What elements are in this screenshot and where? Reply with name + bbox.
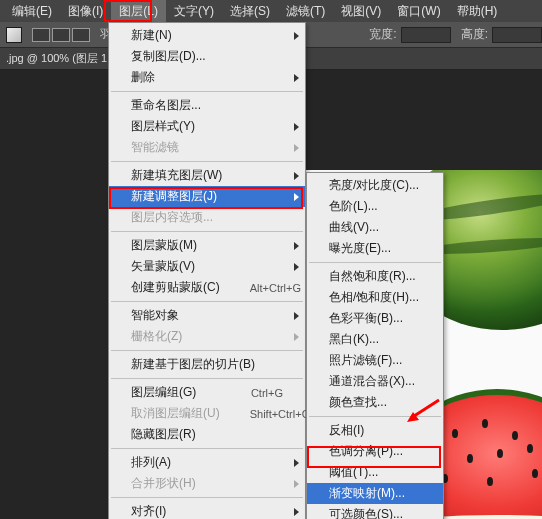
adjustment-submenu-item[interactable]: 反相(I) <box>307 420 443 441</box>
layer-menu-separator <box>111 497 303 498</box>
menu-help[interactable]: 帮助(H) <box>449 0 506 23</box>
layer-menu-item-label: 对齐(I) <box>131 503 166 519</box>
adjustment-submenu-item[interactable]: 阈值(T)... <box>307 462 443 483</box>
height-input[interactable] <box>492 27 542 43</box>
adjustment-submenu-item-label: 黑白(K)... <box>329 331 379 348</box>
layer-menu-item[interactable]: 重命名图层... <box>109 95 305 116</box>
adjustment-submenu-item[interactable]: 可选颜色(S)... <box>307 504 443 519</box>
chevron-right-icon <box>294 480 299 488</box>
adjustment-submenu-item[interactable]: 颜色查找... <box>307 392 443 413</box>
adjustment-submenu-item[interactable]: 色阶(L)... <box>307 196 443 217</box>
selection-mode-icon[interactable] <box>72 28 90 42</box>
layer-menu-item-label: 智能滤镜 <box>131 139 179 156</box>
layer-menu-item-label: 合并形状(H) <box>131 475 196 492</box>
adjustment-submenu-separator <box>309 262 441 263</box>
adjustment-submenu-item-label: 色阶(L)... <box>329 198 378 215</box>
menu-filter[interactable]: 滤镜(T) <box>278 0 333 23</box>
chevron-right-icon <box>294 242 299 250</box>
adjustment-submenu-item-label: 阈值(T)... <box>329 464 378 481</box>
adjustment-submenu-item-label: 亮度/对比度(C)... <box>329 177 419 194</box>
layer-menu-item[interactable]: 新建基于图层的切片(B) <box>109 354 305 375</box>
layer-menu-item-label: 取消图层编组(U) <box>131 405 220 422</box>
layer-menu-item-label: 图层蒙版(M) <box>131 237 197 254</box>
adjustment-submenu-item[interactable]: 亮度/对比度(C)... <box>307 175 443 196</box>
chevron-right-icon <box>294 193 299 201</box>
adjustment-submenu-item[interactable]: 通道混合器(X)... <box>307 371 443 392</box>
layer-menu-separator <box>111 378 303 379</box>
adjustment-submenu-item[interactable]: 曲线(V)... <box>307 217 443 238</box>
selection-mode-icon[interactable] <box>52 28 70 42</box>
adjustment-submenu-item[interactable]: 色彩平衡(B)... <box>307 308 443 329</box>
layer-menu-item-label: 隐藏图层(R) <box>131 426 196 443</box>
menu-edit[interactable]: 编辑(E) <box>4 0 60 23</box>
layer-menu-item[interactable]: 创建剪贴蒙版(C)Alt+Ctrl+G <box>109 277 305 298</box>
adjustment-submenu-separator <box>309 416 441 417</box>
layer-menu-item-label: 图层样式(Y) <box>131 118 195 135</box>
adjustment-submenu-item-label: 通道混合器(X)... <box>329 373 415 390</box>
layer-menu-item-label: 新建(N) <box>131 27 172 44</box>
width-label: 宽度: <box>369 26 396 43</box>
layer-menu-item[interactable]: 图层编组(G)Ctrl+G <box>109 382 305 403</box>
layer-menu-item[interactable]: 新建填充图层(W) <box>109 165 305 186</box>
layer-menu-item-label: 新建填充图层(W) <box>131 167 222 184</box>
new-adjustment-layer-submenu: 亮度/对比度(C)...色阶(L)...曲线(V)...曝光度(E)...自然饱… <box>306 172 444 519</box>
layer-menu-item: 合并形状(H) <box>109 473 305 494</box>
chevron-right-icon <box>294 144 299 152</box>
adjustment-submenu-item[interactable]: 曝光度(E)... <box>307 238 443 259</box>
layer-menu-item[interactable]: 图层蒙版(M) <box>109 235 305 256</box>
layer-menu-item[interactable]: 图层样式(Y) <box>109 116 305 137</box>
layer-menu-item-label: 重命名图层... <box>131 97 201 114</box>
adjustment-submenu-item-label: 自然饱和度(R)... <box>329 268 416 285</box>
layer-menu-item: 图层内容选项... <box>109 207 305 228</box>
adjustment-submenu-item-label: 色调分离(P)... <box>329 443 403 460</box>
shortcut-label: Ctrl+G <box>251 387 283 399</box>
adjustment-submenu-item-label: 可选颜色(S)... <box>329 506 403 519</box>
layer-menu-separator <box>111 91 303 92</box>
layer-menu-separator <box>111 301 303 302</box>
layer-menu-item: 智能滤镜 <box>109 137 305 158</box>
menu-select[interactable]: 选择(S) <box>222 0 278 23</box>
document-title: .jpg @ 100% (图层 1, R <box>6 51 121 66</box>
tool-preset-swatch[interactable] <box>6 27 22 43</box>
width-input[interactable] <box>401 27 451 43</box>
layer-menu-item[interactable]: 新建调整图层(J) <box>109 186 305 207</box>
layer-menu-item-label: 图层内容选项... <box>131 209 213 226</box>
layer-menu-item[interactable]: 隐藏图层(R) <box>109 424 305 445</box>
adjustment-submenu-item[interactable]: 自然饱和度(R)... <box>307 266 443 287</box>
menu-type[interactable]: 文字(Y) <box>166 0 222 23</box>
layer-menu-item[interactable]: 矢量蒙版(V) <box>109 256 305 277</box>
menu-bar: 编辑(E) 图像(I) 图层(L) 文字(Y) 选择(S) 滤镜(T) 视图(V… <box>0 0 542 22</box>
adjustment-submenu-item-label: 色彩平衡(B)... <box>329 310 403 327</box>
layer-menu-item-label: 排列(A) <box>131 454 171 471</box>
menu-layer[interactable]: 图层(L) <box>111 0 166 23</box>
layer-menu-item-label: 矢量蒙版(V) <box>131 258 195 275</box>
layer-menu-item[interactable]: 复制图层(D)... <box>109 46 305 67</box>
layer-menu-item-label: 删除 <box>131 69 155 86</box>
layer-menu-item[interactable]: 对齐(I) <box>109 501 305 519</box>
adjustment-submenu-item[interactable]: 色调分离(P)... <box>307 441 443 462</box>
layer-menu-item-label: 栅格化(Z) <box>131 328 182 345</box>
layer-menu-item[interactable]: 删除 <box>109 67 305 88</box>
chevron-right-icon <box>294 312 299 320</box>
chevron-right-icon <box>294 172 299 180</box>
menu-image[interactable]: 图像(I) <box>60 0 111 23</box>
adjustment-submenu-item-label: 曝光度(E)... <box>329 240 391 257</box>
chevron-right-icon <box>294 508 299 516</box>
chevron-right-icon <box>294 74 299 82</box>
adjustment-submenu-item[interactable]: 渐变映射(M)... <box>307 483 443 504</box>
chevron-right-icon <box>294 123 299 131</box>
adjustment-submenu-item[interactable]: 色相/饱和度(H)... <box>307 287 443 308</box>
adjustment-submenu-item[interactable]: 照片滤镜(F)... <box>307 350 443 371</box>
menu-view[interactable]: 视图(V) <box>333 0 389 23</box>
menu-window[interactable]: 窗口(W) <box>389 0 448 23</box>
adjustment-submenu-item-label: 照片滤镜(F)... <box>329 352 402 369</box>
layer-menu-item[interactable]: 新建(N) <box>109 25 305 46</box>
layer-menu-item[interactable]: 排列(A) <box>109 452 305 473</box>
adjustment-submenu-item[interactable]: 黑白(K)... <box>307 329 443 350</box>
height-label: 高度: <box>461 26 488 43</box>
layer-menu-separator <box>111 231 303 232</box>
layer-menu-item[interactable]: 智能对象 <box>109 305 305 326</box>
selection-mode-icon[interactable] <box>32 28 50 42</box>
chevron-right-icon <box>294 263 299 271</box>
layer-menu-item-label: 图层编组(G) <box>131 384 196 401</box>
